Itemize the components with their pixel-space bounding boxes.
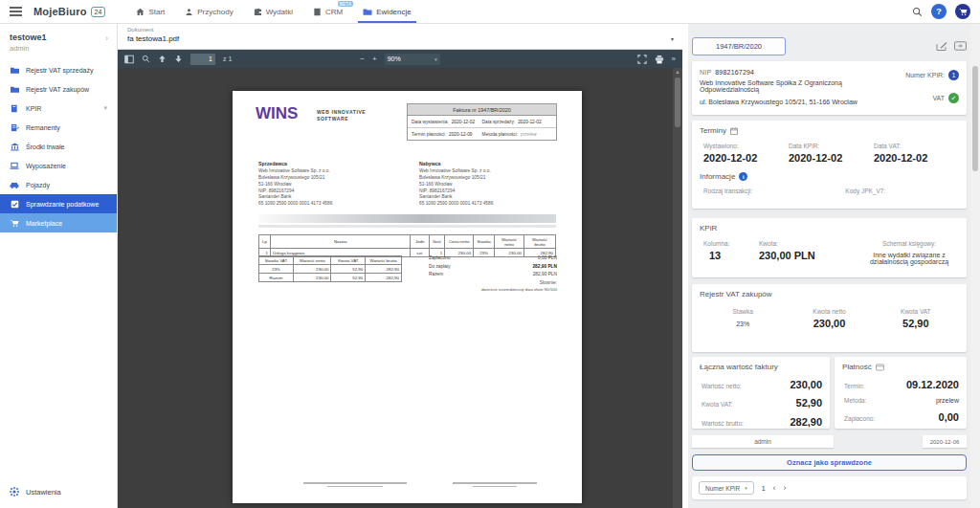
sidebar-item-srodki-trwale[interactable]: Środki trwałe	[0, 137, 117, 156]
pdf-scrollbar-thumb[interactable]	[675, 77, 680, 127]
page-number-input[interactable]: 1	[190, 54, 215, 65]
sidebar-item-wyposazenie[interactable]: Wyposażenie	[0, 156, 117, 175]
scroll-up-icon[interactable]: ▲	[673, 68, 682, 76]
date-field-wystawiono: Wystawiono: 2020-12-02	[703, 143, 789, 164]
rejestr-netto-value[interactable]: 230,00	[786, 318, 872, 329]
bank-icon	[10, 143, 19, 151]
zoom-in-icon[interactable]: +	[372, 55, 377, 63]
sidebar-item-label: Rejestr VAT sprzedaży	[26, 67, 93, 74]
pagination-next-icon[interactable]: ›	[784, 484, 787, 493]
brand-logo[interactable]: MojeBiuro 24	[33, 6, 105, 17]
kpir-title: KPiR	[700, 224, 717, 232]
beta-badge: BETA	[338, 1, 354, 7]
sidebar-item-kpir[interactable]: KPIR ▾	[0, 99, 117, 118]
rejestr-vat-value[interactable]: 52,90	[873, 318, 959, 329]
kody-jpk-label[interactable]: Kody JPK_V7:	[845, 188, 959, 194]
mark-as-checked-button[interactable]: Oznacz jako sprawdzone	[692, 454, 967, 471]
document-select[interactable]: Dokument fa testowa1.pdf ▾	[118, 24, 682, 50]
chevron-right-icon: ›	[105, 33, 108, 43]
more-tools-icon[interactable]: »	[672, 55, 676, 63]
sidebar-item-label: Sprawdzanie podatkowe	[26, 201, 99, 208]
kpir-number-dropdown[interactable]: Numer KPiR ▾	[699, 481, 754, 495]
nav-item-ewidencje[interactable]: Ewidencje	[361, 0, 412, 23]
panel-footer: Numer KPiR ▾ 1 ‹ ›	[692, 476, 967, 499]
invoice-logo-subtitle: WEB INNOVATIVE SOFTWARE	[317, 109, 366, 121]
pdf-canvas[interactable]: WINS WEB INNOVATIVE SOFTWARE Faktura nr …	[118, 68, 682, 508]
document-viewer-column: Dokument fa testowa1.pdf ▾ 1 z 1 − + 90%…	[118, 24, 682, 508]
pagination-prev-icon[interactable]: ‹	[773, 484, 776, 493]
nav-item-wydatki[interactable]: Wydatki	[252, 0, 295, 23]
folder-icon	[10, 66, 19, 75]
profile-role: admin	[10, 44, 107, 53]
nav-item-crm[interactable]: BETA CRM	[311, 0, 345, 23]
contractor-card: NIP8982167294 Web Innovative Software Sp…	[692, 61, 967, 115]
pdf-search-icon[interactable]	[142, 55, 150, 63]
sidebar-item-label: Środki trwałe	[26, 144, 64, 150]
kpir-kolumna-value[interactable]: 13	[703, 250, 759, 261]
sidebar-item-remanenty[interactable]: Remanenty	[0, 118, 117, 137]
check-square-icon	[10, 200, 19, 209]
rejestr-title: Rejestr VAT zakupów	[700, 290, 772, 298]
page-down-icon[interactable]	[174, 55, 183, 63]
scan-artifact-bar-thin	[258, 225, 556, 228]
rejestr-kwota-vat: Kwota VAT 52,90	[873, 308, 959, 329]
page-total-label: z 1	[223, 55, 232, 62]
hamburger-menu-icon[interactable]	[10, 5, 22, 18]
print-icon[interactable]	[655, 55, 664, 64]
chevron-down-icon: ▾	[103, 104, 107, 112]
invoice-footer-note	[301, 482, 409, 490]
date-value[interactable]: 2020-12-02	[703, 152, 789, 164]
profile-switcher[interactable]: testowe1 admin ›	[0, 24, 117, 58]
verified-by-box[interactable]: admin	[692, 435, 834, 448]
date-value[interactable]: 2020-12-02	[874, 152, 959, 164]
zoom-select[interactable]: 90% ▾	[385, 54, 440, 65]
sidebar-toggle-icon[interactable]	[124, 55, 134, 64]
contractor-address: ul. Bolesława Krzywoustego 105/21, 51-16…	[700, 99, 901, 105]
edit-icon[interactable]	[936, 41, 947, 52]
sidebar-item-marketplace[interactable]: Marketplace	[0, 213, 117, 232]
kpir-schemat-value[interactable]: Inne wydatki związane z działalnością go…	[859, 252, 959, 265]
document-number-input[interactable]: 1947/BR/2020	[692, 37, 786, 55]
verification-date-box[interactable]: 2020-12-06	[923, 435, 967, 448]
page-up-icon[interactable]	[158, 55, 167, 63]
sidebar-item-pojazdy[interactable]: Pojazdy	[0, 175, 117, 194]
panel-scrollbar-thumb[interactable]	[972, 66, 978, 171]
terminy-title: Terminy	[700, 126, 726, 135]
payment-metoda-value[interactable]: przelew	[936, 397, 959, 404]
sidebar-item-rejestr-vat-zakupow[interactable]: Rejestr VAT zakupów	[0, 79, 117, 99]
nav-item-start[interactable]: Start	[134, 0, 167, 23]
pagination-current-page: 1	[762, 485, 766, 492]
open-document-icon[interactable]	[954, 41, 967, 51]
sidebar-item-sprawdzanie-podatkowe[interactable]: Sprawdzanie podatkowe	[0, 194, 117, 213]
sidebar-item-rejestr-vat-sprzedazy[interactable]: Rejestr VAT sprzedaży	[0, 60, 117, 79]
zoom-out-icon[interactable]: −	[360, 55, 365, 63]
pdf-scrollbar[interactable]: ▲	[673, 68, 682, 508]
rejestr-stawka-value[interactable]: 23%	[700, 320, 786, 327]
rodzaj-transakcji-label[interactable]: Rodzaj transakcji:	[703, 188, 845, 194]
home-icon	[136, 8, 145, 16]
chevron-down-icon: ▾	[745, 485, 747, 491]
fullscreen-icon[interactable]	[637, 55, 647, 64]
book-icon	[10, 104, 19, 113]
sidebar-item-ustawienia[interactable]: Ustawienia	[0, 479, 117, 508]
contractor-name: Web Innovative Software Spółka Z Ogranic…	[700, 79, 901, 93]
date-value[interactable]: 2020-12-02	[789, 152, 874, 164]
payment-zaplacono-value[interactable]: 0,00	[939, 411, 959, 423]
sidebar-item-label: Remanenty	[26, 124, 60, 131]
invoice-footer-note	[451, 482, 539, 490]
vat-status-indicator: VAT ✓	[932, 93, 959, 103]
help-icon[interactable]: ?	[931, 4, 947, 19]
total-netto-value: 230,00	[790, 379, 822, 390]
info-icon: i	[739, 172, 747, 181]
gear-icon	[10, 487, 19, 497]
invoice-logo-text: WINS	[256, 104, 298, 123]
marketplace-cart-icon[interactable]	[955, 4, 970, 19]
nav-item-przychody[interactable]: Przychody	[183, 0, 234, 23]
cart-icon	[10, 219, 19, 228]
profile-name: testowe1	[10, 33, 107, 42]
panel-scrollbar[interactable]	[970, 24, 980, 508]
sidebar-menu: Rejestr VAT sprzedaży Rejestr VAT zakupó…	[0, 60, 117, 232]
search-icon[interactable]	[912, 7, 923, 17]
kpir-number-badge[interactable]: 1	[948, 70, 959, 80]
payment-termin-value[interactable]: 09.12.2020	[906, 379, 959, 390]
